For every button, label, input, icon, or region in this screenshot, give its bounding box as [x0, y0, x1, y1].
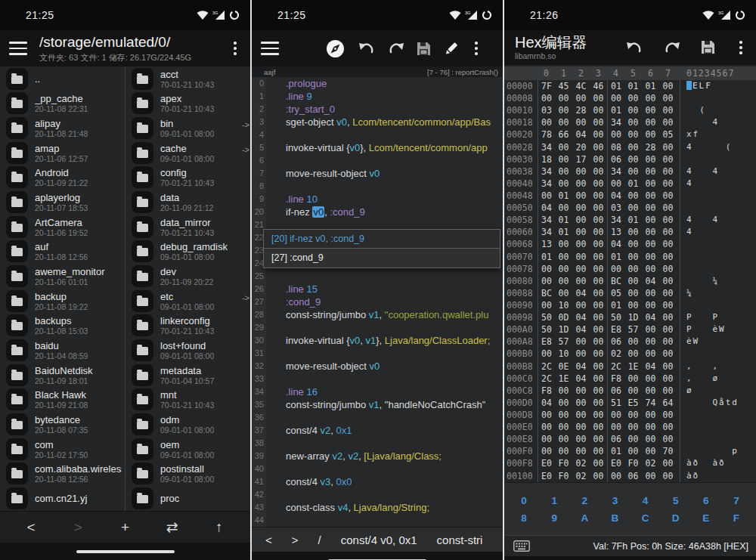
hex-byte[interactable]: 00 [624, 166, 642, 178]
hex-byte[interactable]: 00 [590, 190, 607, 202]
hex-byte[interactable]: F8 [538, 385, 555, 397]
code-line[interactable]: 38 [252, 437, 503, 450]
hex-byte[interactable]: 00 [659, 470, 677, 482]
hex-byte[interactable]: 00 [659, 336, 677, 348]
hex-key-7[interactable]: 7 [721, 495, 751, 506]
hex-byte[interactable]: 01 [538, 251, 555, 263]
hex-byte[interactable]: 34 [607, 166, 624, 178]
hex-row[interactable]: 000F00000000001000070 p [504, 445, 756, 457]
hex-byte[interactable]: 00 [624, 128, 642, 141]
hex-byte[interactable]: 00 [624, 226, 642, 238]
hex-key-0[interactable]: 0 [509, 495, 539, 506]
hex-row[interactable]: 0005834010000340100004 4 [504, 214, 756, 226]
hex-key-4[interactable]: 4 [631, 495, 661, 506]
hex-byte[interactable]: 00 [590, 348, 607, 360]
hex-byte[interactable]: 00 [642, 214, 659, 226]
hex-byte[interactable]: 00 [642, 323, 659, 336]
redo-icon[interactable] [663, 40, 681, 55]
hex-row[interactable]: 000D00400000051E57464 Qåtd [504, 397, 756, 409]
hex-byte[interactable]: 00 [642, 226, 659, 238]
hex-byte[interactable]: 00 [590, 445, 607, 457]
hex-byte[interactable]: 00 [624, 336, 642, 348]
hex-byte[interactable]: 01 [624, 80, 642, 92]
save-icon[interactable] [417, 42, 431, 56]
hex-byte[interactable]: 00 [572, 251, 590, 263]
hex-byte[interactable]: 00 [538, 348, 555, 360]
hex-byte[interactable]: F0 [555, 457, 572, 469]
hex-byte[interactable]: 50 [607, 311, 624, 323]
hex-byte[interactable]: 00 [572, 263, 590, 275]
hex-byte[interactable]: E8 [538, 336, 555, 348]
hex-byte[interactable]: 00 [659, 80, 677, 92]
hex-byte[interactable]: 57 [555, 336, 572, 348]
hex-byte[interactable]: 04 [538, 202, 555, 214]
jump-target-item[interactable]: [20] if-nez v0, :cond_9 [264, 230, 500, 249]
hex-byte[interactable]: 00 [659, 457, 677, 469]
hex-byte[interactable]: 74 [642, 397, 659, 409]
code-line[interactable]: 33 [252, 373, 503, 385]
navigate-compass-icon[interactable] [325, 39, 345, 59]
hex-byte[interactable]: 00 [659, 238, 677, 250]
hex-byte[interactable]: 06 [607, 385, 624, 397]
quick-insert-button[interactable]: const-stri [437, 534, 483, 546]
hex-byte[interactable]: 00 [642, 190, 659, 202]
hex-byte[interactable]: 00 [642, 433, 659, 445]
file-item[interactable]: cache09-01-01 08:00-> [125, 141, 250, 166]
hex-byte[interactable]: 00 [642, 166, 659, 178]
hex-byte[interactable]: 00 [590, 421, 607, 433]
hex-byte[interactable]: 00 [555, 409, 572, 421]
hex-byte[interactable]: 34 [538, 214, 555, 226]
hex-row[interactable]: 000A8E857000006000000èW [504, 336, 756, 348]
hex-byte[interactable]: 00 [642, 373, 659, 385]
hex-key-F[interactable]: F [721, 512, 751, 524]
hex-byte[interactable]: 64 [659, 397, 677, 409]
hex-byte[interactable]: 00 [590, 336, 607, 348]
hex-byte[interactable]: 00 [659, 92, 677, 104]
hex-byte[interactable]: 7F [538, 80, 555, 92]
hex-byte[interactable]: 00 [624, 385, 642, 397]
hex-byte[interactable]: 00 [572, 397, 590, 409]
hex-byte[interactable]: 00 [659, 178, 677, 190]
hex-byte[interactable]: 00 [572, 299, 590, 311]
hex-byte[interactable]: 00 [659, 299, 677, 311]
hex-key-D[interactable]: D [661, 512, 691, 524]
forward-button[interactable]: > [63, 512, 93, 543]
code-line[interactable]: 32move-result-object v0 [252, 360, 503, 373]
hex-byte[interactable]: E0 [607, 457, 624, 469]
hex-byte[interactable]: 00 [642, 251, 659, 263]
file-item[interactable]: config70-01-21 10:43 [125, 166, 250, 190]
hex-byte[interactable]: 00 [659, 263, 677, 275]
hex-byte[interactable]: 00 [659, 409, 677, 421]
hex-byte[interactable]: 00 [538, 92, 555, 104]
hex-byte[interactable]: 13 [607, 226, 624, 238]
hex-byte[interactable]: 00 [659, 373, 677, 385]
hex-byte[interactable]: 00 [572, 409, 590, 421]
hex-row[interactable]: 000080000000000000000 [504, 92, 756, 104]
hex-key-5[interactable]: 5 [661, 495, 691, 506]
hex-byte[interactable]: 00 [572, 433, 590, 445]
hex-byte[interactable]: 00 [572, 178, 590, 190]
hex-row[interactable]: 000A0501D0400E8570000P èW [504, 323, 756, 336]
hex-byte[interactable]: 70 [659, 445, 677, 457]
code-line[interactable]: 44 [252, 514, 503, 527]
code-line[interactable]: 35const-string/jumbo v1, "handleNoCatchC… [252, 398, 503, 411]
hex-byte[interactable]: 01 [555, 214, 572, 226]
hex-byte[interactable]: 00 [590, 226, 607, 238]
hex-row[interactable]: 000480001000004000000 [504, 190, 756, 202]
hex-row[interactable]: 00088BC00040005000000¼ [504, 287, 756, 299]
hex-byte[interactable]: 00 [538, 299, 555, 311]
file-item[interactable]: bin09-01-01 08:00-> [125, 116, 250, 141]
hex-byte[interactable]: 00 [555, 104, 572, 116]
hex-row[interactable]: 0004034000000000100004 [504, 178, 756, 190]
hex-byte[interactable]: E0 [538, 470, 555, 482]
hex-key-2[interactable]: 2 [569, 495, 600, 506]
code-line[interactable]: 8 [252, 180, 503, 193]
hex-byte[interactable]: 05 [607, 287, 624, 299]
hex-row[interactable]: 000780000000000000000 [504, 263, 756, 275]
hex-row[interactable]: 000C02C1E0400F8000000, ø [504, 373, 756, 385]
back-button[interactable]: < [16, 512, 46, 543]
hex-byte[interactable]: 45 [555, 80, 572, 92]
hex-byte[interactable]: 01 [607, 80, 624, 92]
hex-byte[interactable]: 00 [590, 433, 607, 445]
hex-byte[interactable]: 01 [607, 104, 624, 116]
